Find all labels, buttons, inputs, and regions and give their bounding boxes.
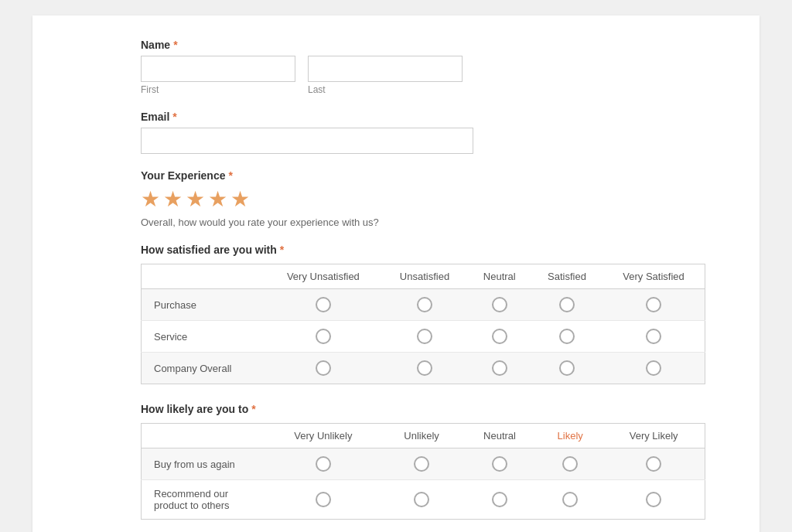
radio-circle[interactable] xyxy=(646,456,661,472)
sat-service-very-satisfied[interactable] xyxy=(603,321,705,353)
likely-row-recommend-label: Recommend ourproduct to others xyxy=(142,480,265,520)
last-name-input[interactable] xyxy=(308,56,463,82)
sat-company-satisfied[interactable] xyxy=(531,353,603,384)
star-3[interactable]: ★ xyxy=(186,186,205,212)
sat-col-unsatisfied: Unsatisfied xyxy=(381,264,468,289)
sat-purchase-neutral[interactable] xyxy=(468,289,531,321)
likely-recommend-neutral[interactable] xyxy=(462,480,538,520)
likely-buy-unlikely[interactable] xyxy=(381,448,462,480)
radio-circle[interactable] xyxy=(316,492,331,507)
radio-circle[interactable] xyxy=(492,297,507,312)
likely-recommend-very-likely[interactable] xyxy=(603,480,705,520)
likely-col-unlikely: Unlikely xyxy=(381,424,462,448)
star-1[interactable]: ★ xyxy=(141,186,160,212)
satisfaction-label-text: How satisfied are you with xyxy=(141,244,277,256)
likely-required: * xyxy=(251,403,255,415)
first-name-wrap: First xyxy=(141,56,295,95)
radio-circle[interactable] xyxy=(492,492,507,507)
likely-col-neutral: Neutral xyxy=(462,424,538,448)
likely-recommend-unlikely[interactable] xyxy=(381,480,462,520)
sat-purchase-very-unsatisfied[interactable] xyxy=(265,289,382,321)
radio-circle[interactable] xyxy=(417,297,432,312)
sat-purchase-satisfied[interactable] xyxy=(531,289,603,321)
satisfaction-section: How satisfied are you with * Very Unsati… xyxy=(141,244,729,384)
star-2[interactable]: ★ xyxy=(163,186,183,212)
radio-circle[interactable] xyxy=(492,360,507,376)
radio-circle[interactable] xyxy=(646,329,661,344)
sat-col-satisfied: Satisfied xyxy=(531,264,603,289)
radio-circle[interactable] xyxy=(316,360,331,376)
radio-circle[interactable] xyxy=(316,329,331,344)
last-sublabel: Last xyxy=(308,84,463,95)
name-required: * xyxy=(173,39,177,51)
sat-company-very-satisfied[interactable] xyxy=(603,353,705,384)
radio-circle[interactable] xyxy=(646,360,661,376)
likely-col-likely: Likely xyxy=(538,424,603,448)
sat-row-purchase-label: Purchase xyxy=(142,289,265,321)
experience-section: Your Experience * ★ ★ ★ ★ ★ Overall, how… xyxy=(141,169,729,228)
radio-circle[interactable] xyxy=(559,297,575,312)
likely-recommend-very-unlikely[interactable] xyxy=(265,480,382,520)
satisfaction-required: * xyxy=(280,244,284,256)
likely-table: Very Unlikely Unlikely Neutral Likely Ve… xyxy=(141,423,705,520)
star-4[interactable]: ★ xyxy=(208,186,227,212)
experience-label: Your Experience * xyxy=(141,169,729,182)
table-row: Recommend ourproduct to others xyxy=(142,480,705,520)
sat-col-very-satisfied: Very Satisfied xyxy=(603,264,705,289)
last-name-wrap: Last xyxy=(308,56,463,95)
likely-col-very-unlikely: Very Unlikely xyxy=(265,424,382,448)
radio-circle[interactable] xyxy=(559,329,575,344)
sat-col-very-unsatisfied: Very Unsatisfied xyxy=(265,264,382,289)
sat-company-unsatisfied[interactable] xyxy=(381,353,468,384)
radio-circle[interactable] xyxy=(562,456,578,472)
radio-circle[interactable] xyxy=(646,492,661,507)
table-row: Company Overall xyxy=(142,353,705,384)
sat-service-unsatisfied[interactable] xyxy=(381,321,468,353)
sat-purchase-very-satisfied[interactable] xyxy=(603,289,705,321)
radio-circle[interactable] xyxy=(559,360,575,376)
sat-service-satisfied[interactable] xyxy=(531,321,603,353)
likely-buy-neutral[interactable] xyxy=(462,448,538,480)
name-inputs-row: First Last xyxy=(141,56,729,95)
likely-buy-very-unlikely[interactable] xyxy=(265,448,382,480)
likely-col-very-likely: Very Likely xyxy=(603,424,705,448)
likely-recommend-likely[interactable] xyxy=(538,480,603,520)
sat-service-very-unsatisfied[interactable] xyxy=(265,321,382,353)
satisfaction-title: How satisfied are you with * xyxy=(141,244,729,256)
name-section: Name * First Last xyxy=(141,39,729,95)
radio-circle[interactable] xyxy=(646,297,661,312)
radio-circle[interactable] xyxy=(316,297,331,312)
radio-circle[interactable] xyxy=(492,456,507,472)
radio-circle[interactable] xyxy=(417,360,432,376)
first-sublabel: First xyxy=(141,84,295,95)
radio-circle[interactable] xyxy=(562,492,578,507)
first-name-input[interactable] xyxy=(141,56,295,82)
email-label: Email * xyxy=(141,111,729,123)
likely-buy-very-likely[interactable] xyxy=(603,448,705,480)
table-row: Service xyxy=(142,321,705,353)
email-input[interactable] xyxy=(141,128,473,154)
likely-header-row: Very Unlikely Unlikely Neutral Likely Ve… xyxy=(142,424,705,448)
radio-circle[interactable] xyxy=(414,492,429,507)
radio-circle[interactable] xyxy=(492,329,507,344)
sat-col-neutral: Neutral xyxy=(468,264,531,289)
likely-title: How likely are you to * xyxy=(141,403,729,415)
stars-row[interactable]: ★ ★ ★ ★ ★ xyxy=(141,186,729,212)
radio-circle[interactable] xyxy=(417,329,432,344)
radio-circle[interactable] xyxy=(316,456,331,472)
radio-circle[interactable] xyxy=(414,456,429,472)
name-label-text: Name xyxy=(141,39,170,51)
sat-company-neutral[interactable] xyxy=(468,353,531,384)
sat-service-neutral[interactable] xyxy=(468,321,531,353)
email-section: Email * xyxy=(141,111,729,154)
likely-section: How likely are you to * Very Unlikely Un… xyxy=(141,403,729,520)
sat-company-very-unsatisfied[interactable] xyxy=(265,353,382,384)
star-5[interactable]: ★ xyxy=(230,186,250,212)
likely-col-row-label xyxy=(142,424,265,448)
sat-purchase-unsatisfied[interactable] xyxy=(381,289,468,321)
table-row: Purchase xyxy=(142,289,705,321)
sat-row-company-overall-label: Company Overall xyxy=(142,353,265,384)
satisfaction-header-row: Very Unsatisfied Unsatisfied Neutral Sat… xyxy=(142,264,705,289)
satisfaction-table: Very Unsatisfied Unsatisfied Neutral Sat… xyxy=(141,264,705,384)
likely-buy-likely[interactable] xyxy=(538,448,603,480)
